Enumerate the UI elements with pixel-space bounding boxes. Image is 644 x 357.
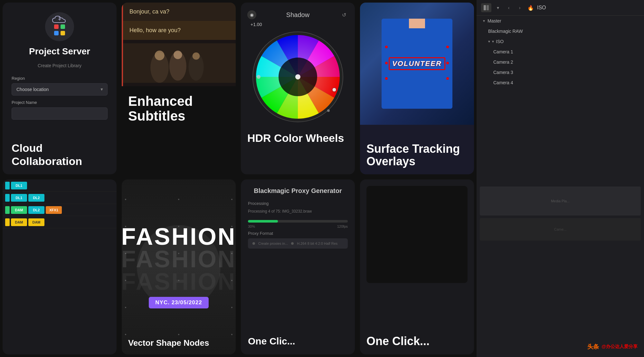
track-indicator-yellow — [5, 218, 10, 226]
region-label: Region — [12, 76, 108, 81]
timeline-row-4: DAM DAM — [3, 216, 117, 228]
volunteer-image: VOLUNTEER — [360, 3, 474, 125]
media-placeholder-label: Media Pla... — [551, 199, 570, 203]
layout-button[interactable] — [481, 3, 491, 12]
proxy-format-label: Proxy Format — [248, 231, 348, 236]
tracking-dot — [385, 46, 388, 48]
tree-item-camera3[interactable]: Camera 3 — [477, 67, 644, 78]
timeline-row-1: DL1 — [3, 179, 117, 192]
tree-item-camera4[interactable]: Camera 4 — [477, 78, 644, 88]
color-wheel-container[interactable] — [251, 30, 345, 124]
proxy-progress-fill — [248, 220, 278, 223]
svg-point-7 — [155, 50, 164, 60]
tree-item-blackmagic-raw[interactable]: Blackmagic RAW — [477, 26, 644, 36]
davinci-logo — [45, 12, 74, 41]
hdr-value: +1.00 — [247, 22, 262, 27]
color-wheel-svg — [251, 30, 345, 124]
fashion-text-shadow2: FASHION — [122, 270, 236, 293]
tree-item-camera1[interactable]: Camera 1 — [477, 47, 644, 57]
tracking-dot — [385, 77, 388, 80]
layout-icon — [483, 5, 489, 11]
track-block-dam-3: DAM — [28, 218, 44, 226]
track-indicator-cyan-2 — [5, 194, 10, 202]
fashion-background: FASHION FASHION FASHION NYC. 23/05/2022 — [122, 179, 236, 354]
logo-dot-blue — [54, 31, 59, 35]
timeline-row-3: DAM DL2 XFX1 — [3, 204, 117, 216]
iso-panel: ▾ ‹ › 🔥 ISO Master Blackmagic RAW ▾ ISO … — [477, 0, 644, 357]
proxy-title: Blackmagic Proxy Generator — [248, 187, 348, 195]
one-click-panel: One Click... — [360, 179, 474, 354]
project-name-input[interactable] — [12, 107, 108, 120]
proxy-fps: 120fps — [337, 224, 348, 228]
iso-label: ISO — [537, 5, 546, 11]
surface-tracking-title: Surface Tracking Overlays — [366, 142, 474, 168]
grid-dot — [231, 334, 232, 335]
timeline-row-2: DL1 DL2 — [3, 192, 117, 204]
watermark-platform: 头条 — [587, 343, 599, 351]
vector-shape-nodes-panel: FASHION FASHION FASHION NYC. 23/05/2022 … — [122, 179, 236, 354]
tree-item-master[interactable]: Master — [477, 16, 644, 26]
project-server-panel: Project Server Create Project Library Re… — [3, 3, 117, 174]
tracking-dot — [446, 62, 449, 64]
proxy-processing-label: Processing — [248, 201, 348, 206]
subtitle-line-2: Hello, how are you? — [123, 21, 236, 40]
svg-point-9 — [193, 52, 200, 60]
region-group: Region Choose location ▼ — [12, 76, 108, 96]
iso-toolbar: ▾ ‹ › 🔥 ISO — [477, 0, 644, 16]
tree-item-camera2[interactable]: Camera 2 — [477, 57, 644, 67]
tracking-dots — [382, 19, 452, 109]
thumbnail-svg — [123, 42, 236, 84]
timeline-track-1: DL1 — [3, 182, 117, 189]
location-select-wrapper[interactable]: Choose location ▼ — [12, 83, 108, 96]
tracking-dot — [446, 77, 449, 80]
track-indicator-green — [5, 206, 10, 214]
svg-point-16 — [327, 109, 330, 112]
media-placeholder-2: Came... — [480, 218, 641, 241]
proxy-format-box: Create proxies in... H.264 8 bit 4:2:0 H… — [248, 238, 348, 249]
timeline-area: DL1 DL1 DL2 DAM DL2 XFX1 — [3, 179, 117, 228]
watermark-handle: @办公达人爱分享 — [601, 344, 638, 350]
proxy-create-row: Create proxies in... H.264 8 bit 4:2:0 H… — [252, 242, 343, 245]
fashion-text-shadow: FASHION — [122, 248, 236, 270]
watermark: 头条 @办公达人爱分享 — [587, 343, 638, 351]
logo-dot-red — [54, 24, 59, 29]
project-name-label: Project Name — [12, 100, 108, 105]
svg-rect-22 — [487, 5, 489, 10]
tracking-dot — [446, 46, 449, 48]
tree-item-iso[interactable]: ▾ ISO — [477, 36, 644, 47]
hdr-color-wheels-panel: ◉ Shadow ↺ +1.00 — [241, 3, 355, 174]
cloud-collab-panel: DL1 DL1 DL2 DAM DL2 XFX1 — [3, 179, 117, 354]
speedometer-icon: ◉ — [247, 10, 256, 19]
iso-tree: Master Blackmagic RAW ▾ ISO Camera 1 Cam… — [477, 16, 644, 183]
camera-placeholder-label: Came... — [554, 227, 567, 231]
chevron-down-icon[interactable]: ▾ — [493, 3, 502, 12]
track-block-dl2-2: DL2 — [28, 206, 44, 214]
proxy-progress-percent: 30% — [248, 224, 255, 228]
tracking-dot — [385, 62, 388, 64]
chevron-left-icon[interactable]: ‹ — [504, 3, 513, 12]
surface-tracking-panel: VOLUNTEER Surface Tracking Overlays — [360, 3, 474, 174]
track-block-dl1-1: DL1 — [11, 182, 27, 189]
hdr-reset-button[interactable]: ↺ — [339, 10, 348, 19]
proxy-dot — [252, 242, 255, 245]
svg-point-8 — [174, 50, 182, 59]
project-server-title: Project Server — [29, 46, 90, 57]
enhanced-subtitles-panel: Bonjour, ca va? Hello, how are you? Enha… — [122, 3, 236, 174]
timeline-track-2: DL1 DL2 — [3, 194, 117, 202]
panel-proxy-big-title: One Clic... — [248, 336, 348, 347]
cloud-icon — [51, 15, 69, 24]
svg-rect-21 — [484, 5, 486, 10]
hdr-header: ◉ Shadow ↺ — [247, 10, 348, 19]
proxy-generator-panel: Blackmagic Proxy Generator Processing Pr… — [241, 179, 355, 354]
chevron-right-icon[interactable]: › — [515, 3, 524, 12]
track-block-dl2-1: DL2 — [28, 194, 44, 202]
enhanced-subtitles-title: Enhanced Subtitles — [122, 86, 236, 130]
one-click-title: One Click... — [366, 334, 468, 348]
timeline-track-3: DAM DL2 XFX1 — [3, 206, 117, 214]
grid-dot — [231, 199, 232, 200]
svg-point-14 — [332, 88, 336, 92]
location-select[interactable]: Choose location — [12, 83, 108, 96]
grid-dot — [178, 334, 179, 335]
svg-point-15 — [257, 75, 260, 79]
create-project-label: Create Project Library — [38, 63, 81, 68]
